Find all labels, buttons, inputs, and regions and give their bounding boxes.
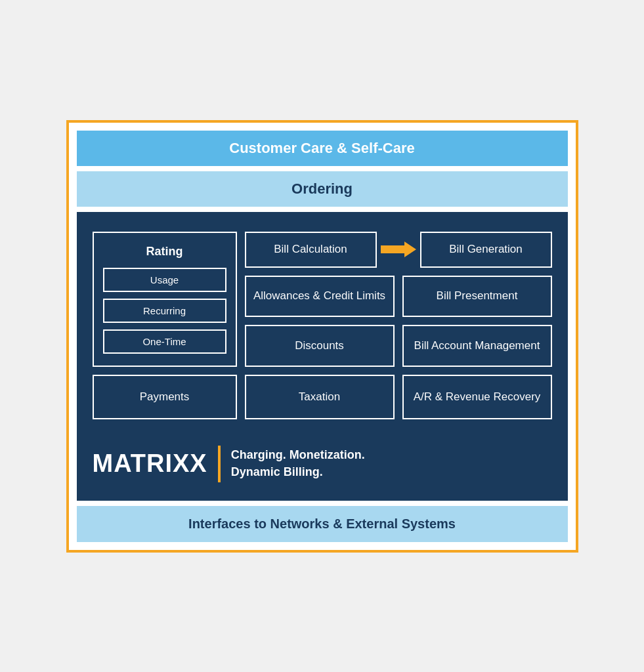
outer-frame: Customer Care & Self-Care Ordering Ratin…	[66, 120, 578, 553]
allowances-cell: Allowances & Credit Limits	[245, 276, 395, 317]
ordering-bar: Ordering	[77, 171, 568, 207]
ar-revenue-cell: A/R & Revenue Recovery	[402, 375, 552, 419]
main-content: Rating Usage Recurring One-Time Bill Cal…	[77, 212, 568, 501]
diagram-grid: Rating Usage Recurring One-Time Bill Cal…	[93, 232, 552, 419]
arrow-icon	[381, 240, 416, 259]
interfaces-label: Interfaces to Networks & External System…	[188, 516, 456, 531]
payments-cell: Payments	[93, 375, 237, 419]
bill-calc-row: Bill Calculation Bill Generation	[245, 232, 552, 268]
rating-box: Rating Usage Recurring One-Time	[93, 232, 237, 367]
customer-care-bar: Customer Care & Self-Care	[77, 131, 568, 166]
customer-care-label: Customer Care & Self-Care	[229, 140, 414, 156]
logo-tagline: Charging. Monetization.Dynamic Billing.	[231, 447, 365, 480]
bill-calculation-cell: Bill Calculation	[245, 232, 377, 268]
interfaces-bar: Interfaces to Networks & External System…	[77, 506, 568, 542]
svg-marker-0	[381, 242, 416, 257]
discounts-cell: Discounts	[245, 325, 395, 366]
recurring-box: Recurring	[103, 299, 226, 323]
bill-presentment-cell: Bill Presentment	[402, 276, 552, 317]
ordering-label: Ordering	[291, 180, 353, 197]
rating-title: Rating	[103, 245, 226, 259]
logo-divider	[218, 446, 221, 482]
arrow-container	[377, 232, 420, 268]
logo-name: MATRIXX	[93, 450, 207, 478]
taxation-cell: Taxation	[245, 375, 395, 419]
bill-account-management-cell: Bill Account Management	[402, 325, 552, 366]
usage-box: Usage	[103, 268, 226, 292]
bill-generation-cell: Bill Generation	[420, 232, 552, 268]
onetime-box: One-Time	[103, 329, 226, 354]
logo-area: MATRIXX Charging. Monetization.Dynamic B…	[93, 439, 552, 485]
